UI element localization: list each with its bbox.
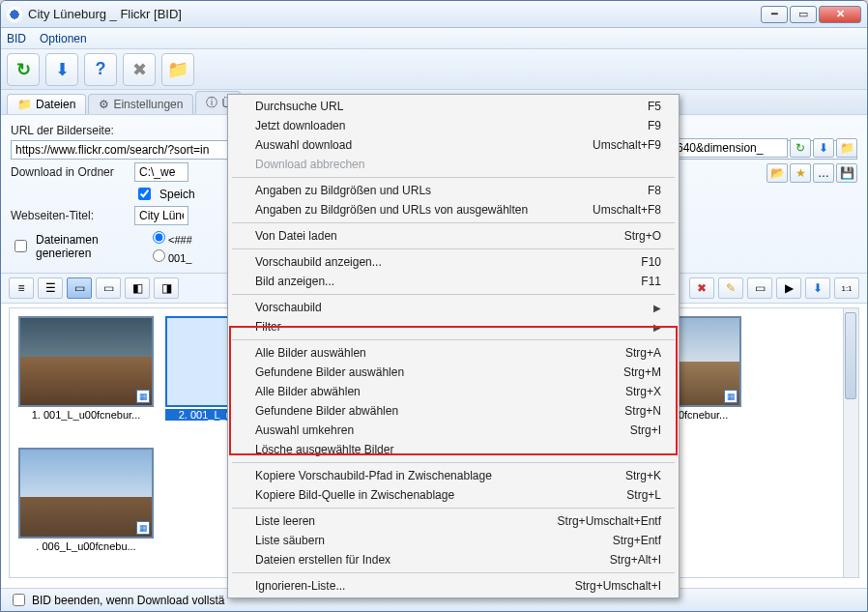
context-menu-label: Gefundene Bilder auswählen bbox=[255, 365, 404, 379]
title-input[interactable] bbox=[134, 206, 188, 225]
context-menu-shortcut: Strg+Umschalt+I bbox=[575, 579, 661, 593]
tab-settings[interactable]: ⚙Einstellungen bbox=[88, 94, 193, 114]
context-menu-separator bbox=[232, 177, 675, 178]
context-menu-shortcut: Strg+X bbox=[625, 385, 661, 398]
thumbnail-image: ▦ bbox=[18, 316, 154, 407]
context-menu-item[interactable]: Bild anzeigen...F11 bbox=[228, 272, 679, 291]
refresh-button[interactable]: ↻ bbox=[7, 53, 40, 86]
context-menu-label: Gefundene Bilder abwählen bbox=[255, 404, 398, 418]
help-button[interactable]: ? bbox=[84, 53, 117, 86]
context-menu-separator bbox=[232, 294, 675, 295]
gen-names-label: Dateinamen generieren bbox=[36, 233, 142, 260]
context-menu-label: Lösche ausgewählte Bilder bbox=[255, 443, 393, 456]
context-menu-item[interactable]: Angaben zu Bildgrößen und URLs von ausge… bbox=[228, 200, 679, 219]
scrollbar[interactable] bbox=[843, 308, 858, 577]
menu-bid[interactable]: BID bbox=[7, 32, 26, 45]
ratio-button[interactable]: 1:1 bbox=[834, 277, 859, 299]
browse-button[interactable]: … bbox=[813, 163, 834, 183]
pattern-radio-1[interactable] bbox=[153, 231, 165, 244]
context-menu-item[interactable]: Gefundene Bilder auswählenStrg+M bbox=[228, 363, 679, 382]
context-menu-item[interactable]: Vorschaubild anzeigen...F10 bbox=[228, 252, 679, 272]
context-menu-item[interactable]: Gefundene Bilder abwählenStrg+N bbox=[228, 401, 679, 421]
quit-after-download-label: BID beenden, wenn Download vollstä bbox=[32, 594, 224, 607]
view-large-button[interactable]: ▭ bbox=[96, 277, 121, 299]
scrollbar-thumb[interactable] bbox=[845, 312, 856, 399]
clean-button[interactable]: ✎ bbox=[718, 277, 743, 299]
context-menu: Durchsuche URLF5Jetzt downloadenF9Auswah… bbox=[227, 94, 680, 598]
delete-image-button[interactable]: ✖ bbox=[689, 277, 714, 299]
window-title: City Lüneburg _ Flickr [BID] bbox=[28, 7, 761, 21]
submenu-arrow-icon: ▶ bbox=[653, 322, 661, 333]
url-right-input[interactable] bbox=[672, 138, 788, 158]
right-button-row: 📂 ★ … 💾 bbox=[767, 163, 857, 183]
view-thumbs-button[interactable]: ▭ bbox=[67, 277, 92, 299]
context-menu-item[interactable]: Liste leerenStrg+Umschalt+Entf bbox=[228, 511, 679, 531]
context-menu-item[interactable]: Angaben zu Bildgrößen und URLsF8 bbox=[228, 181, 679, 200]
folder-small-button[interactable]: 📁 bbox=[836, 138, 857, 158]
context-menu-item[interactable]: Von Datei ladenStrg+O bbox=[228, 226, 679, 246]
view-alt-button[interactable]: ◨ bbox=[154, 277, 179, 299]
context-menu-label: Von Datei laden bbox=[255, 229, 337, 243]
url-label: URL der Bilderseite: bbox=[11, 124, 129, 137]
context-menu-item[interactable]: Auswahl umkehrenStrg+I bbox=[228, 421, 679, 440]
context-menu-item[interactable]: Alle Bilder auswählenStrg+A bbox=[228, 343, 679, 363]
save-checkbox-label: Speich bbox=[159, 188, 195, 201]
pattern-radio-2[interactable] bbox=[153, 249, 165, 262]
context-menu-shortcut: Strg+Entf bbox=[613, 534, 661, 547]
star-button[interactable]: ★ bbox=[790, 163, 811, 183]
context-menu-item[interactable]: Lösche ausgewählte Bilder bbox=[228, 440, 679, 459]
context-menu-shortcut: Strg+Umschalt+Entf bbox=[558, 514, 661, 528]
context-menu-item[interactable]: Durchsuche URLF5 bbox=[228, 97, 679, 116]
open-folder-button[interactable]: 📂 bbox=[767, 163, 788, 183]
menu-options[interactable]: Optionen bbox=[40, 32, 87, 45]
save-checkbox[interactable] bbox=[138, 188, 151, 200]
quit-after-download-checkbox[interactable] bbox=[13, 594, 25, 606]
context-menu-item[interactable]: Kopiere Bild-Quelle in ZwischenablageStr… bbox=[228, 485, 679, 505]
context-menu-label: Alle Bilder auswählen bbox=[255, 346, 366, 360]
context-menu-shortcut: F10 bbox=[641, 255, 661, 269]
context-menu-item[interactable]: Vorschaubild▶ bbox=[228, 298, 679, 317]
app-icon bbox=[7, 7, 22, 22]
tab-files[interactable]: 📁Dateien bbox=[7, 94, 86, 114]
context-menu-shortcut: Strg+Alt+I bbox=[610, 553, 661, 567]
context-menu-separator bbox=[232, 462, 675, 463]
view-details-button[interactable]: ☰ bbox=[38, 277, 63, 299]
context-menu-label: Vorschaubild anzeigen... bbox=[255, 255, 382, 269]
refresh-small-button[interactable]: ↻ bbox=[790, 138, 811, 158]
folder-input[interactable] bbox=[134, 162, 188, 182]
thumbnail-item[interactable]: ▦1. 001_L_u00fcnebur... bbox=[17, 316, 155, 438]
context-menu-label: Kopiere Vorschaubild-Pfad in Zwischenabl… bbox=[255, 469, 492, 482]
context-menu-shortcut: Umschalt+F8 bbox=[593, 203, 661, 217]
bookmark-button[interactable]: ⬇ bbox=[813, 138, 834, 158]
view-gradient-button[interactable]: ◧ bbox=[125, 277, 150, 299]
cancel-button[interactable]: ✖ bbox=[123, 53, 156, 86]
download-button[interactable]: ⬇ bbox=[45, 53, 78, 86]
next-button[interactable]: ▶ bbox=[776, 277, 801, 299]
context-menu-item: Download abbrechen bbox=[228, 155, 679, 174]
context-menu-label: Vorschaubild bbox=[255, 301, 322, 314]
context-menu-label: Filter bbox=[255, 320, 281, 334]
thumbnail-item[interactable]: ▦. 006_L_u00fcnebu... bbox=[17, 448, 155, 569]
image-badge-icon: ▦ bbox=[724, 390, 738, 403]
titlebar: City Lüneburg _ Flickr [BID] ━ ▭ ✕ bbox=[1, 1, 867, 28]
gen-names-checkbox[interactable] bbox=[14, 240, 27, 252]
context-menu-item[interactable]: Dateien erstellen für IndexStrg+Alt+I bbox=[228, 550, 679, 569]
download-sel-button[interactable]: ⬇ bbox=[805, 277, 830, 299]
save-button[interactable]: 💾 bbox=[836, 163, 857, 183]
submenu-arrow-icon: ▶ bbox=[653, 303, 661, 313]
context-menu-item[interactable]: Jetzt downloadenF9 bbox=[228, 116, 679, 135]
context-menu-item[interactable]: Kopiere Vorschaubild-Pfad in Zwischenabl… bbox=[228, 466, 679, 485]
context-menu-item[interactable]: Alle Bilder abwählenStrg+X bbox=[228, 382, 679, 401]
folder-button[interactable]: 📁 bbox=[161, 53, 194, 86]
view-list-button[interactable]: ≡ bbox=[9, 277, 34, 299]
context-menu-shortcut: Strg+M bbox=[623, 365, 661, 379]
context-menu-item[interactable]: Ignorieren-Liste...Strg+Umschalt+I bbox=[228, 576, 679, 596]
prev-button[interactable]: ▭ bbox=[747, 277, 772, 299]
context-menu-item[interactable]: Auswahl downloadUmschalt+F9 bbox=[228, 135, 679, 155]
context-menu-item[interactable]: Filter▶ bbox=[228, 317, 679, 336]
context-menu-shortcut: F11 bbox=[641, 275, 661, 288]
minimize-button[interactable]: ━ bbox=[761, 6, 788, 23]
maximize-button[interactable]: ▭ bbox=[790, 6, 817, 23]
context-menu-item[interactable]: Liste säubernStrg+Entf bbox=[228, 531, 679, 550]
close-button[interactable]: ✕ bbox=[819, 6, 861, 23]
